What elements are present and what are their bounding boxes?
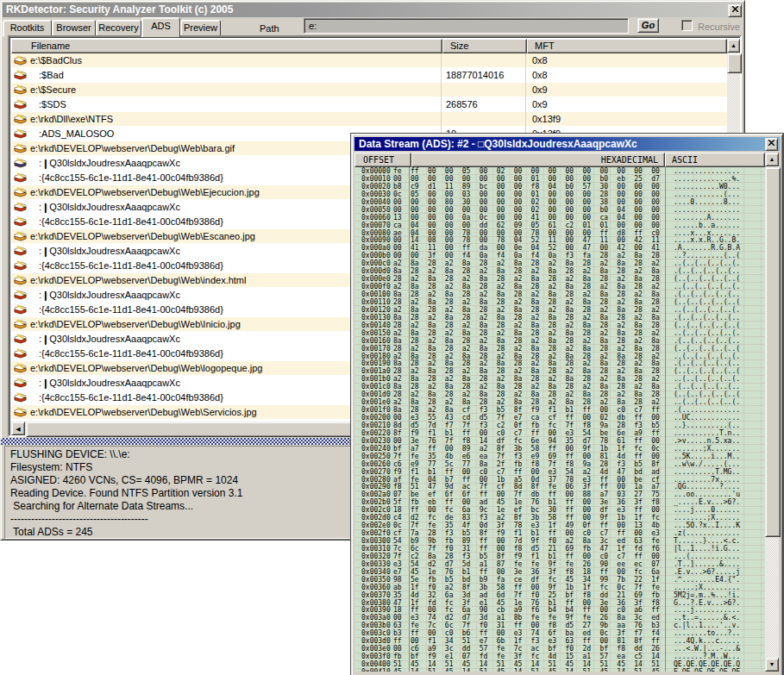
offset-cell: 0x003e0	[361, 645, 391, 653]
stream-row[interactable]: :$Bad188770140160x8	[11, 68, 729, 83]
data-stream-title: Data Stream (ADS): #2 - □Q30lsldxJoudres…	[359, 138, 637, 150]
go-button[interactable]: Go	[637, 18, 659, 33]
mft-cell: 0x9	[532, 99, 548, 109]
hex-row: 0x00340e7 45 1e 76 b1 ff 00 3e 36 3f f8 …	[354, 568, 765, 576]
offset-cell: 0x003b0	[361, 622, 391, 629]
filename-cell: :❙Q30lsldxJoudresxAaaqpcawXc	[39, 246, 180, 257]
offset-cell: 0x000f0	[361, 283, 391, 291]
ascii-cell: ..5K.....i...M..	[674, 453, 740, 460]
ascii-cell: .>v.....n.5.xa..	[674, 437, 740, 445]
filename-cell: e:\rkd\DEVELOP\webserver\Debug\Web\bara.…	[30, 143, 235, 153]
file-row[interactable]: e:\$BadClus0x8	[11, 53, 729, 68]
offset-cell: 0x000e0	[361, 275, 391, 283]
hex-row: 0x003b063 fe 7c 6c 7f f0 31 ff 00 f8 d5 …	[354, 622, 765, 629]
hex-row: 0x00330e3 54 d2 d7 5d a1 87 fe fe 9f fe …	[354, 560, 765, 568]
hex-dump-view: 0x00000fe ff 00 00 05 00 02 00 00 00 00 …	[354, 167, 765, 672]
ads-book-icon	[14, 187, 28, 198]
filename-cell: e:\$Secure	[30, 84, 76, 95]
hex-row: 0x001b0a2 8a 28 a2 8a 28 a2 8a 28 a2 8a …	[354, 375, 765, 383]
scroll-up-arrow-icon[interactable]: ▲	[727, 39, 740, 53]
hex-bytes-cell: 00 41 11 00 ff da 00 0e 04 52 00 47 00 4…	[393, 244, 660, 252]
hex-bytes-cell: 8a 28 a2 8a 28 a2 8a 28 a2 8a 28 a2 8a 2…	[393, 267, 660, 275]
hex-vscroll-thumb[interactable]	[765, 167, 781, 537]
hex-bytes-cell: fe ff 00 00 05 00 02 00 00 00 00 00 00 0…	[393, 167, 660, 175]
scroll-left-arrow-icon[interactable]: ◀	[11, 422, 25, 435]
list-hscroll-thumb[interactable]	[26, 422, 352, 437]
ads-book-icon	[14, 128, 28, 140]
hex-bytes-cell: 8a 28 a2 8a 28 a2 8a 28 a2 8a 28 a2 8a 2…	[393, 314, 660, 322]
offset-cell: 0x001e0	[361, 398, 391, 406]
filename-cell: :❙Q30lsldxJoudresxAaaqpcawXc	[39, 378, 180, 389]
ascii-cell: ..(..(..(..(..(.	[674, 329, 740, 337]
mft-cell: 0x9	[532, 84, 548, 95]
hex-bytes-cell: c4 d2 fc de 83 f3 a2 8f 3b 58 ff 00 9f 1…	[393, 514, 660, 522]
hex-row: 0x003c0b3 ff 00 c0 b6 ff 00 e3 74 6f ba …	[354, 629, 765, 637]
path-label: Path	[260, 23, 279, 34]
offset-cell: 0x00390	[361, 606, 391, 614]
ascii-cell: .....;X.........	[674, 584, 740, 591]
hex-bytes-cell: 47 1f fd fc 3f e1 45 1e 76 b1 ff 00 3e 3…	[393, 599, 660, 607]
data-stream-title-bar[interactable]: Data Stream (ADS): #2 - □Q30lsldxJoudres…	[354, 137, 780, 151]
data-stream-close-button[interactable]	[765, 138, 778, 151]
ascii-cell: |l..1....!i.G...	[674, 545, 740, 553]
hex-row: 0x001c08a 28 a2 8a 28 a2 8a 28 a2 8a 28 …	[354, 383, 765, 391]
column-header-mft[interactable]: MFT	[527, 39, 727, 53]
mft-cell: 0x8	[532, 70, 548, 80]
tab-rootkits[interactable]: Rootkits	[3, 20, 52, 37]
offset-cell: 0x00280	[361, 476, 391, 484]
hex-bytes-cell: 0c 05 00 00 03 00 00 00 01 00 00 00 28 0…	[393, 191, 660, 198]
main-title-bar[interactable]: RKDetector: Security Analyzer Toolkit (c…	[3, 3, 743, 17]
hex-bytes-cell: 00 00 00 80 30 00 00 00 02 00 00 00 38 0…	[393, 198, 660, 206]
list-vscroll-thumb[interactable]	[727, 53, 742, 73]
offset-cell: 0x00190	[361, 359, 391, 367]
offset-cell: 0x00120	[361, 306, 391, 314]
hex-vertical-scrollbar[interactable]: ▲ ▼	[765, 153, 779, 672]
tab-recovery[interactable]: Recovery	[96, 20, 141, 37]
hex-row: 0x00240bf a7 ff 00 89 a2 8f 3b 58 ff 00 …	[354, 445, 765, 453]
hex-row: 0x0035098 5e fb b5 bd b9 fa ce df fc 45 …	[354, 576, 765, 584]
offset-cell: 0x002a0	[361, 491, 391, 498]
ascii-cell: ..?.........(..(	[674, 252, 740, 259]
offset-cell: 0x00270	[361, 468, 391, 476]
tab-preview[interactable]: Preview	[180, 20, 221, 37]
main-close-button[interactable]	[728, 4, 742, 17]
ascii-cell: .(..............	[674, 406, 740, 414]
offset-cell: 0x00260	[361, 460, 391, 468]
hex-bytes-cell: 00 14 08 00 78 00 78 04 52 11 00 47 11 0…	[393, 236, 660, 244]
hex-bytes-cell: 18 ff 00 fc 6a 90 cb a9 f6 b4 b4 ff 00 c…	[393, 606, 660, 614]
filename-cell: e:\rkd\DEVELOP\webserver\Debug\Web\Inici…	[30, 319, 241, 329]
offset-cell: 0x00230	[361, 437, 391, 445]
hex-column-header-hexadecimal: HEXADECIMAL	[411, 153, 665, 167]
file-row[interactable]: e:\rkd\Dll\exe\NTFS0x13f9	[11, 112, 729, 127]
recursive-checkbox[interactable]	[681, 20, 693, 31]
hex-row: 0x0040051 45 14 51 45 14 51 45 14 51 45 …	[354, 660, 765, 668]
hex-row: 0x000e028 a2 8a 28 a2 8a 28 a2 8a 28 a2 …	[354, 275, 765, 283]
offset-cell: 0x000d0	[361, 267, 391, 275]
ads-book-icon	[14, 114, 28, 125]
hex-row: 0x0037035 4d 32 6a 3d ad 6d 7f f0 25 bf …	[354, 591, 765, 599]
path-input[interactable]: e:	[304, 18, 629, 34]
hex-bytes-cell: 45 14 51 45 14 51 45 14 51 45 14 51 45 1…	[393, 668, 660, 672]
ads-book-icon	[14, 99, 28, 110]
column-header-filename[interactable]: Filename	[11, 39, 442, 53]
tab-ads[interactable]: ADS	[141, 17, 180, 37]
offset-cell: 0x00250	[361, 453, 391, 460]
hex-row: 0x002b05f fb eb ff 00 ad 45 1e 76 b1 ff …	[354, 498, 765, 506]
ascii-cell: QE.QE.QE.QE.QE.Q	[674, 660, 740, 668]
ascii-cell: .........7x.....	[674, 476, 740, 484]
scroll-down-arrow-icon[interactable]: ▼	[765, 658, 779, 672]
ascii-cell: ....x...x.......	[674, 229, 740, 237]
ascii-cell: .(..(..(..(..(..	[674, 267, 740, 275]
offset-cell: 0x00140	[361, 322, 391, 329]
ascii-cell: ..........T.MG..	[674, 468, 740, 476]
file-row[interactable]: e:\$Secure0x9	[11, 83, 729, 97]
hex-bytes-cell: 5f fb eb ff 00 ad 45 1e 76 b1 ff 00 3e 3…	[393, 498, 660, 506]
tab-browser[interactable]: Browser	[52, 20, 96, 37]
scroll-up-arrow-icon[interactable]: ▲	[765, 153, 779, 166]
column-header-size[interactable]: Size	[442, 39, 527, 53]
stream-row[interactable]: :$SDS2685760x9	[11, 97, 729, 112]
ads-book-icon	[14, 290, 28, 301]
hex-row: 0x00080ae 04 00 00 78 00 00 00 78 00 00 …	[354, 229, 765, 237]
hex-row: 0x0006013 00 00 00 0a 0c 00 00 41 00 00 …	[354, 214, 765, 222]
ascii-cell: .E.v...>6?.....j	[674, 568, 740, 576]
